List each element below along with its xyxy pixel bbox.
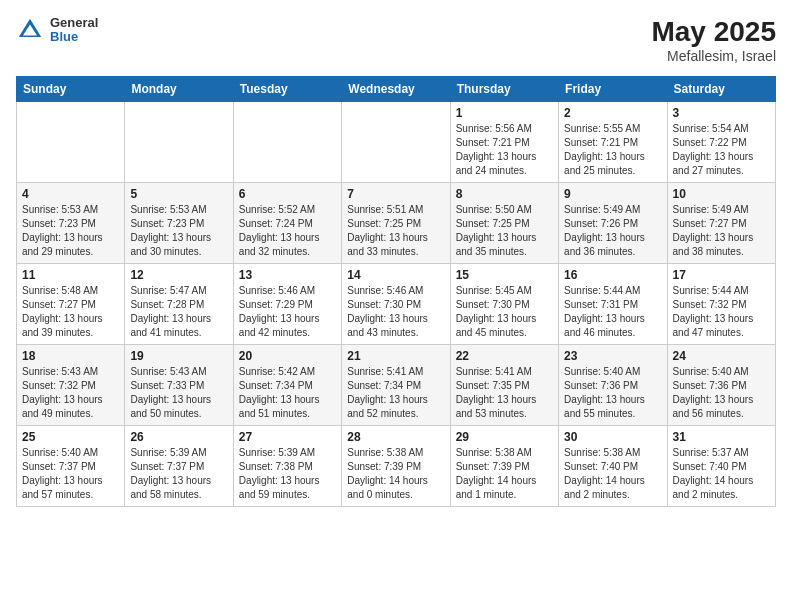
- calendar-cell: 4Sunrise: 5:53 AM Sunset: 7:23 PM Daylig…: [17, 183, 125, 264]
- day-number: 7: [347, 187, 444, 201]
- calendar-cell: 20Sunrise: 5:42 AM Sunset: 7:34 PM Dayli…: [233, 345, 341, 426]
- calendar-cell: 22Sunrise: 5:41 AM Sunset: 7:35 PM Dayli…: [450, 345, 558, 426]
- calendar-cell: 5Sunrise: 5:53 AM Sunset: 7:23 PM Daylig…: [125, 183, 233, 264]
- day-number: 20: [239, 349, 336, 363]
- calendar-title: May 2025: [651, 16, 776, 48]
- calendar-cell: 15Sunrise: 5:45 AM Sunset: 7:30 PM Dayli…: [450, 264, 558, 345]
- day-info: Sunrise: 5:51 AM Sunset: 7:25 PM Dayligh…: [347, 203, 444, 259]
- day-info: Sunrise: 5:39 AM Sunset: 7:37 PM Dayligh…: [130, 446, 227, 502]
- weekday-header-row: SundayMondayTuesdayWednesdayThursdayFrid…: [17, 77, 776, 102]
- day-number: 9: [564, 187, 661, 201]
- day-info: Sunrise: 5:38 AM Sunset: 7:40 PM Dayligh…: [564, 446, 661, 502]
- day-number: 22: [456, 349, 553, 363]
- day-info: Sunrise: 5:38 AM Sunset: 7:39 PM Dayligh…: [347, 446, 444, 502]
- day-number: 11: [22, 268, 119, 282]
- day-info: Sunrise: 5:44 AM Sunset: 7:32 PM Dayligh…: [673, 284, 770, 340]
- calendar-cell: 10Sunrise: 5:49 AM Sunset: 7:27 PM Dayli…: [667, 183, 775, 264]
- day-number: 1: [456, 106, 553, 120]
- day-number: 12: [130, 268, 227, 282]
- calendar-cell: 23Sunrise: 5:40 AM Sunset: 7:36 PM Dayli…: [559, 345, 667, 426]
- day-info: Sunrise: 5:45 AM Sunset: 7:30 PM Dayligh…: [456, 284, 553, 340]
- weekday-header-saturday: Saturday: [667, 77, 775, 102]
- day-info: Sunrise: 5:49 AM Sunset: 7:26 PM Dayligh…: [564, 203, 661, 259]
- week-row-2: 4Sunrise: 5:53 AM Sunset: 7:23 PM Daylig…: [17, 183, 776, 264]
- calendar-cell: 27Sunrise: 5:39 AM Sunset: 7:38 PM Dayli…: [233, 426, 341, 507]
- calendar-cell: 16Sunrise: 5:44 AM Sunset: 7:31 PM Dayli…: [559, 264, 667, 345]
- calendar-cell: 18Sunrise: 5:43 AM Sunset: 7:32 PM Dayli…: [17, 345, 125, 426]
- calendar-cell: 14Sunrise: 5:46 AM Sunset: 7:30 PM Dayli…: [342, 264, 450, 345]
- logo: General Blue: [16, 16, 98, 45]
- day-info: Sunrise: 5:41 AM Sunset: 7:34 PM Dayligh…: [347, 365, 444, 421]
- week-row-3: 11Sunrise: 5:48 AM Sunset: 7:27 PM Dayli…: [17, 264, 776, 345]
- calendar-cell: 17Sunrise: 5:44 AM Sunset: 7:32 PM Dayli…: [667, 264, 775, 345]
- day-info: Sunrise: 5:46 AM Sunset: 7:30 PM Dayligh…: [347, 284, 444, 340]
- day-number: 3: [673, 106, 770, 120]
- week-row-1: 1Sunrise: 5:56 AM Sunset: 7:21 PM Daylig…: [17, 102, 776, 183]
- day-info: Sunrise: 5:43 AM Sunset: 7:32 PM Dayligh…: [22, 365, 119, 421]
- day-info: Sunrise: 5:56 AM Sunset: 7:21 PM Dayligh…: [456, 122, 553, 178]
- day-info: Sunrise: 5:38 AM Sunset: 7:39 PM Dayligh…: [456, 446, 553, 502]
- day-number: 31: [673, 430, 770, 444]
- day-info: Sunrise: 5:53 AM Sunset: 7:23 PM Dayligh…: [130, 203, 227, 259]
- week-row-5: 25Sunrise: 5:40 AM Sunset: 7:37 PM Dayli…: [17, 426, 776, 507]
- calendar-cell: 24Sunrise: 5:40 AM Sunset: 7:36 PM Dayli…: [667, 345, 775, 426]
- day-info: Sunrise: 5:40 AM Sunset: 7:36 PM Dayligh…: [673, 365, 770, 421]
- calendar-cell: 21Sunrise: 5:41 AM Sunset: 7:34 PM Dayli…: [342, 345, 450, 426]
- logo-icon: [16, 16, 44, 44]
- day-info: Sunrise: 5:41 AM Sunset: 7:35 PM Dayligh…: [456, 365, 553, 421]
- calendar-cell: 28Sunrise: 5:38 AM Sunset: 7:39 PM Dayli…: [342, 426, 450, 507]
- day-number: 13: [239, 268, 336, 282]
- day-info: Sunrise: 5:44 AM Sunset: 7:31 PM Dayligh…: [564, 284, 661, 340]
- day-number: 17: [673, 268, 770, 282]
- calendar-cell: 7Sunrise: 5:51 AM Sunset: 7:25 PM Daylig…: [342, 183, 450, 264]
- day-number: 6: [239, 187, 336, 201]
- day-number: 21: [347, 349, 444, 363]
- calendar-cell: 30Sunrise: 5:38 AM Sunset: 7:40 PM Dayli…: [559, 426, 667, 507]
- day-info: Sunrise: 5:48 AM Sunset: 7:27 PM Dayligh…: [22, 284, 119, 340]
- day-number: 5: [130, 187, 227, 201]
- weekday-header-monday: Monday: [125, 77, 233, 102]
- day-info: Sunrise: 5:49 AM Sunset: 7:27 PM Dayligh…: [673, 203, 770, 259]
- logo-general-label: General: [50, 16, 98, 30]
- week-row-4: 18Sunrise: 5:43 AM Sunset: 7:32 PM Dayli…: [17, 345, 776, 426]
- day-info: Sunrise: 5:40 AM Sunset: 7:36 PM Dayligh…: [564, 365, 661, 421]
- day-number: 28: [347, 430, 444, 444]
- day-number: 2: [564, 106, 661, 120]
- calendar-table: SundayMondayTuesdayWednesdayThursdayFrid…: [16, 76, 776, 507]
- calendar-cell: [342, 102, 450, 183]
- page-header: General Blue May 2025 Mefallesim, Israel: [16, 16, 776, 64]
- calendar-location: Mefallesim, Israel: [651, 48, 776, 64]
- calendar-cell: 29Sunrise: 5:38 AM Sunset: 7:39 PM Dayli…: [450, 426, 558, 507]
- calendar-cell: 31Sunrise: 5:37 AM Sunset: 7:40 PM Dayli…: [667, 426, 775, 507]
- day-number: 8: [456, 187, 553, 201]
- day-number: 19: [130, 349, 227, 363]
- calendar-cell: 2Sunrise: 5:55 AM Sunset: 7:21 PM Daylig…: [559, 102, 667, 183]
- calendar-cell: 1Sunrise: 5:56 AM Sunset: 7:21 PM Daylig…: [450, 102, 558, 183]
- logo-blue-label: Blue: [50, 30, 98, 44]
- day-info: Sunrise: 5:53 AM Sunset: 7:23 PM Dayligh…: [22, 203, 119, 259]
- day-number: 18: [22, 349, 119, 363]
- calendar-cell: 8Sunrise: 5:50 AM Sunset: 7:25 PM Daylig…: [450, 183, 558, 264]
- day-number: 27: [239, 430, 336, 444]
- day-info: Sunrise: 5:55 AM Sunset: 7:21 PM Dayligh…: [564, 122, 661, 178]
- day-info: Sunrise: 5:42 AM Sunset: 7:34 PM Dayligh…: [239, 365, 336, 421]
- day-info: Sunrise: 5:40 AM Sunset: 7:37 PM Dayligh…: [22, 446, 119, 502]
- day-info: Sunrise: 5:54 AM Sunset: 7:22 PM Dayligh…: [673, 122, 770, 178]
- day-number: 29: [456, 430, 553, 444]
- day-number: 24: [673, 349, 770, 363]
- weekday-header-wednesday: Wednesday: [342, 77, 450, 102]
- day-number: 10: [673, 187, 770, 201]
- day-number: 26: [130, 430, 227, 444]
- title-block: May 2025 Mefallesim, Israel: [651, 16, 776, 64]
- calendar-cell: 9Sunrise: 5:49 AM Sunset: 7:26 PM Daylig…: [559, 183, 667, 264]
- day-info: Sunrise: 5:37 AM Sunset: 7:40 PM Dayligh…: [673, 446, 770, 502]
- day-number: 30: [564, 430, 661, 444]
- calendar-cell: 19Sunrise: 5:43 AM Sunset: 7:33 PM Dayli…: [125, 345, 233, 426]
- calendar-cell: 6Sunrise: 5:52 AM Sunset: 7:24 PM Daylig…: [233, 183, 341, 264]
- day-number: 15: [456, 268, 553, 282]
- day-number: 14: [347, 268, 444, 282]
- calendar-cell: 11Sunrise: 5:48 AM Sunset: 7:27 PM Dayli…: [17, 264, 125, 345]
- calendar-cell: 25Sunrise: 5:40 AM Sunset: 7:37 PM Dayli…: [17, 426, 125, 507]
- calendar-cell: 3Sunrise: 5:54 AM Sunset: 7:22 PM Daylig…: [667, 102, 775, 183]
- day-info: Sunrise: 5:39 AM Sunset: 7:38 PM Dayligh…: [239, 446, 336, 502]
